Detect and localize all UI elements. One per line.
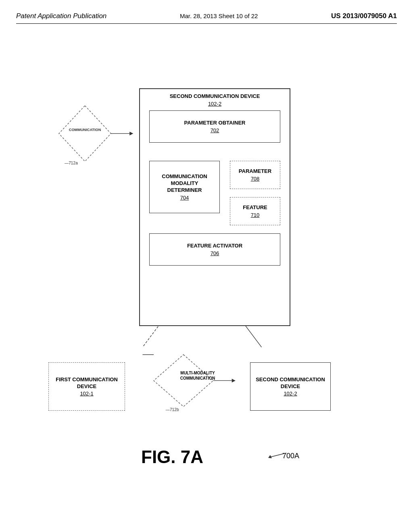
comm-modality-number: 704 [180, 195, 189, 201]
diagram-area: COMMUNICATION —712a —712b SECOND COMMUNI… [16, 32, 397, 495]
parameter-obtainer-title: PARAMETER OBTAINER [184, 120, 246, 127]
first-comm-device-box: FIRST COMMUNICATION DEVICE 102-1 [48, 362, 125, 411]
header-publication-label: Patent Application Publication [16, 12, 106, 20]
header-date-sheet: Mar. 28, 2013 Sheet 10 of 22 [180, 12, 258, 19]
multi-modality-label: MULTI-MODALITYCOMMUNICATION [159, 370, 236, 381]
parameter-title: PARAMETER [239, 168, 271, 175]
feature-title: FEATURE [243, 204, 267, 211]
second-device-number: 102-2 [140, 101, 290, 107]
first-comm-number: 102-1 [80, 391, 93, 397]
second-device-title: SECOND COMMUNICATION DEVICE [140, 93, 290, 100]
header-patent-number: US 2013/0079050 A1 [331, 12, 397, 20]
parameter-box: PARAMETER 708 [230, 161, 280, 189]
parameter-obtainer-box: PARAMETER OBTAINER 702 [149, 110, 280, 143]
second-comm-bottom-box: SECOND COMMUNICATION DEVICE 102-2 [250, 362, 331, 411]
svg-text:—712a: —712a [65, 161, 78, 165]
svg-text:—712b: —712b [166, 407, 179, 412]
parameter-obtainer-number: 702 [211, 127, 219, 133]
svg-marker-2 [129, 132, 133, 135]
feature-activator-title: FEATURE ACTIVATOR [187, 243, 242, 249]
feature-activator-number: 706 [211, 250, 219, 256]
feature-box: FEATURE 710 [230, 197, 280, 225]
second-comm-bottom-number: 102-2 [284, 391, 297, 397]
page: Patent Application Publication Mar. 28, … [0, 0, 413, 532]
fig-arrow-svg [266, 449, 290, 461]
second-comm-bottom-title: SECOND COMMUNICATION DEVICE [254, 376, 327, 390]
multi-modality-text: MULTI-MODALITYCOMMUNICATION [159, 370, 236, 381]
svg-text:COMMUNICATION: COMMUNICATION [69, 128, 101, 132]
comm-modality-title: COMMUNICATION MODALITY DETERMINER [153, 173, 216, 194]
page-header: Patent Application Publication Mar. 28, … [16, 12, 397, 24]
feature-activator-box: FEATURE ACTIVATOR 706 [149, 233, 280, 266]
svg-marker-0 [59, 106, 111, 161]
parameter-number: 708 [251, 176, 260, 182]
figure-label: FIG. 7A [141, 447, 203, 467]
feature-number: 710 [251, 212, 260, 218]
svg-line-12 [270, 453, 286, 457]
first-comm-title: FIRST COMMUNICATION DEVICE [52, 376, 121, 390]
comm-modality-box: COMMUNICATION MODALITY DETERMINER 704 [149, 161, 220, 213]
